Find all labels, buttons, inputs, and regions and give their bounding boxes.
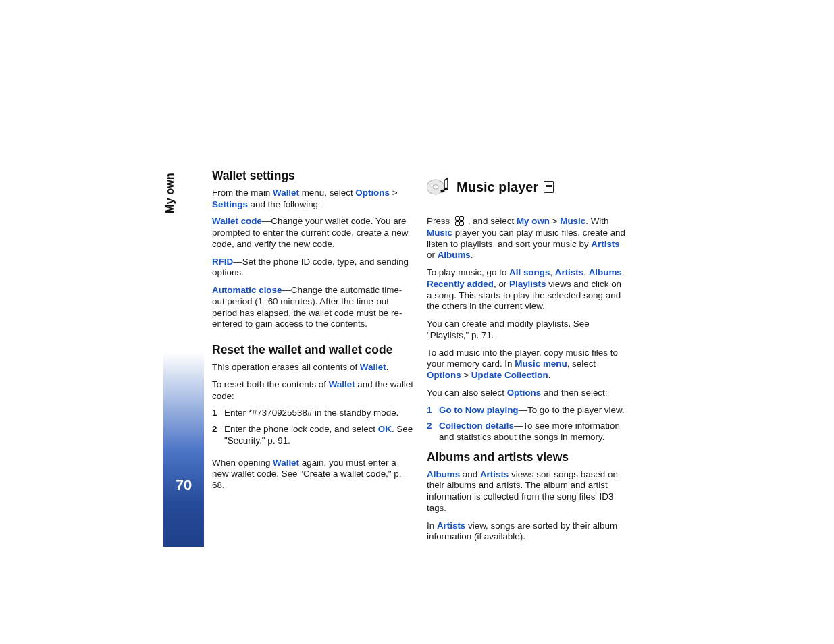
text: —To go to the player view. <box>519 405 625 415</box>
list-item: Collection details—To see more informati… <box>427 421 628 444</box>
heading-music-player: Music player <box>457 179 538 196</box>
music-player-icon <box>427 176 451 198</box>
term-wallet: Wallet <box>273 458 299 468</box>
term-wallet: Wallet <box>273 188 299 198</box>
text: , and select <box>465 216 517 226</box>
page: My own 70 Wallet settings From the main … <box>0 0 834 644</box>
term-artists: Artists <box>555 267 583 277</box>
heading-wallet-settings: Wallet settings <box>212 169 413 184</box>
text: To reset both the contents of <box>212 379 329 390</box>
term-options: Options <box>427 370 461 380</box>
paragraph: You can also select Options and then sel… <box>427 387 628 399</box>
svg-point-3 <box>444 188 448 190</box>
page-number: 70 <box>163 476 204 495</box>
list-item: Enter *#7370925538# in the standby mode. <box>212 408 413 419</box>
term-music: Music <box>560 216 585 226</box>
paragraph: To play music, go to All songs, Artists,… <box>427 267 628 313</box>
text: menu, select <box>299 188 355 198</box>
term-all-songs: All songs <box>509 267 550 277</box>
options-list: Go to Now playing—To go to the player vi… <box>427 405 628 444</box>
paragraph: In Artists view, songs are sorted by the… <box>427 520 628 543</box>
list-item: Enter the phone lock code, and select OK… <box>212 424 413 447</box>
text: , <box>550 267 554 277</box>
paragraph: This operation erases all contents of Wa… <box>212 362 413 373</box>
text: , <box>583 267 588 277</box>
right-column: Music player Press , and select My own >… <box>427 169 628 549</box>
text: Enter the phone lock code, and select <box>224 424 378 434</box>
text: —Set the phone ID code, type, and sendin… <box>212 257 409 278</box>
text: > <box>550 216 560 226</box>
text: . With <box>585 216 608 226</box>
menu-key-icon <box>454 216 464 225</box>
text: and the following: <box>248 199 321 209</box>
paragraph: You can create and modify playlists. See… <box>427 319 628 342</box>
heading-albums-artists: Albums and artists views <box>427 450 628 465</box>
term-options: Options <box>507 387 542 398</box>
text: > <box>461 370 471 380</box>
text: and then select: <box>541 387 607 398</box>
left-column: Wallet settings From the main Wallet men… <box>212 169 413 549</box>
text: . <box>386 362 389 372</box>
text: This operation erases all contents of <box>212 362 360 372</box>
term-rfid: RFID <box>212 257 233 267</box>
text: Press <box>427 216 452 226</box>
term-wallet: Wallet <box>329 379 355 390</box>
term-albums: Albums <box>438 250 471 260</box>
heading-reset-wallet: Reset the wallet and wallet code <box>212 343 413 358</box>
text: or <box>427 250 438 260</box>
term-automatic-close: Automatic close <box>212 285 282 295</box>
text: , <box>622 267 625 277</box>
term-wallet-code: Wallet code <box>212 216 262 226</box>
paragraph: Albums and Artists views sort songs base… <box>427 469 628 514</box>
text: From the main <box>212 188 273 198</box>
text: , select <box>567 358 596 369</box>
memory-card-icon <box>544 181 554 193</box>
term-music-menu: Music menu <box>515 358 567 369</box>
text: When opening <box>212 458 273 468</box>
paragraph: Press , and select My own > Music. With … <box>427 216 628 261</box>
paragraph: Wallet code—Change your wallet code. You… <box>212 216 413 250</box>
term-update-collection: Update Collection <box>471 370 548 380</box>
text: You can also select <box>427 387 507 398</box>
list-item: Go to Now playing—To go to the player vi… <box>427 405 628 417</box>
paragraph: From the main Wallet menu, select Option… <box>212 188 413 211</box>
right-body: Press , and select My own > Music. With … <box>427 205 628 549</box>
term-options: Options <box>355 188 390 198</box>
paragraph: Automatic close—Change the automatic tim… <box>212 285 413 330</box>
text: In <box>427 520 437 531</box>
term-collection-details: Collection details <box>439 421 514 431</box>
text: Enter *#7370925538# in the standby mode. <box>224 408 398 418</box>
paragraph: RFID—Set the phone ID code, type, and se… <box>212 257 413 279</box>
text: . <box>471 250 473 260</box>
term-ok: OK <box>378 424 392 434</box>
text: . <box>548 370 551 380</box>
term-go-to-now-playing: Go to Now playing <box>439 405 519 415</box>
term-artists: Artists <box>480 469 509 479</box>
text: and <box>460 469 480 479</box>
term-settings: Settings <box>212 199 248 209</box>
sidebar: My own 70 <box>163 115 204 547</box>
term-my-own: My own <box>517 216 550 226</box>
term-artists: Artists <box>591 239 619 249</box>
paragraph: To add music into the player, copy music… <box>427 348 628 381</box>
music-player-heading-row: Music player <box>427 174 628 200</box>
text: > <box>390 188 398 198</box>
term-albums: Albums <box>427 469 460 479</box>
term-music: Music <box>427 227 452 238</box>
paragraph: To reset both the contents of Wallet and… <box>212 379 413 402</box>
section-label: My own <box>163 173 204 213</box>
term-recently-added: Recently added <box>427 279 494 289</box>
svg-point-2 <box>441 190 445 192</box>
reset-steps-list: Enter *#7370925538# in the standby mode.… <box>212 408 413 451</box>
paragraph: When opening Wallet again, you must ente… <box>212 458 413 491</box>
text: , or <box>494 279 509 289</box>
term-playlists: Playlists <box>509 279 546 289</box>
term-artists: Artists <box>437 520 465 531</box>
svg-point-1 <box>433 185 438 189</box>
term-wallet: Wallet <box>360 362 386 372</box>
term-albums: Albums <box>589 267 622 277</box>
text-content: Wallet settings From the main Wallet men… <box>212 169 628 549</box>
text: To play music, go to <box>427 267 509 277</box>
